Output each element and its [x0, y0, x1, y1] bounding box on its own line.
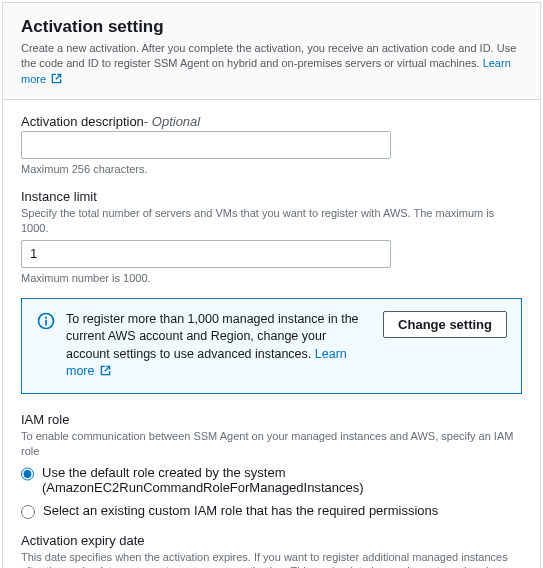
iam-role-default-option[interactable]: Use the default role created by the syst…: [21, 465, 522, 495]
page-description: Create a new activation. After you compl…: [21, 41, 522, 87]
iam-role-radio-group: Use the default role created by the syst…: [21, 465, 522, 519]
field-label: Instance limit: [21, 189, 522, 204]
field-instance-limit: Instance limit Specify the total number …: [21, 189, 522, 284]
radio-default[interactable]: [21, 467, 34, 481]
field-label: IAM role: [21, 412, 522, 427]
field-desc: To enable communication between SSM Agen…: [21, 429, 522, 459]
panel-body: Activation description- Optional Maximum…: [3, 100, 540, 568]
field-expiry-date: Activation expiry date This date specifi…: [21, 533, 522, 568]
field-iam-role: IAM role To enable communication between…: [21, 412, 522, 519]
activation-description-input[interactable]: [21, 131, 391, 159]
field-label: Activation description- Optional: [21, 114, 522, 129]
advanced-instances-info: To register more than 1,000 managed inst…: [21, 298, 522, 394]
field-hint: Maximum number is 1000.: [21, 272, 522, 284]
iam-role-custom-option[interactable]: Select an existing custom IAM role that …: [21, 503, 522, 519]
change-setting-button[interactable]: Change setting: [383, 311, 507, 338]
field-hint: Maximum 256 characters.: [21, 163, 522, 175]
field-label: Activation expiry date: [21, 533, 522, 548]
svg-point-1: [45, 316, 47, 318]
panel-header: Activation setting Create a new activati…: [3, 3, 540, 100]
instance-limit-input[interactable]: [21, 240, 391, 268]
field-activation-description: Activation description- Optional Maximum…: [21, 114, 522, 175]
info-icon: [36, 311, 56, 331]
radio-custom[interactable]: [21, 505, 35, 519]
external-link-icon: [100, 365, 111, 376]
external-link-icon: [51, 73, 62, 84]
field-desc: This date specifies when the activation …: [21, 550, 522, 568]
page-title: Activation setting: [21, 17, 522, 37]
activation-panel: Activation setting Create a new activati…: [2, 2, 541, 568]
svg-rect-2: [45, 320, 47, 326]
field-desc: Specify the total number of servers and …: [21, 206, 522, 236]
info-text: To register more than 1,000 managed inst…: [66, 311, 373, 381]
